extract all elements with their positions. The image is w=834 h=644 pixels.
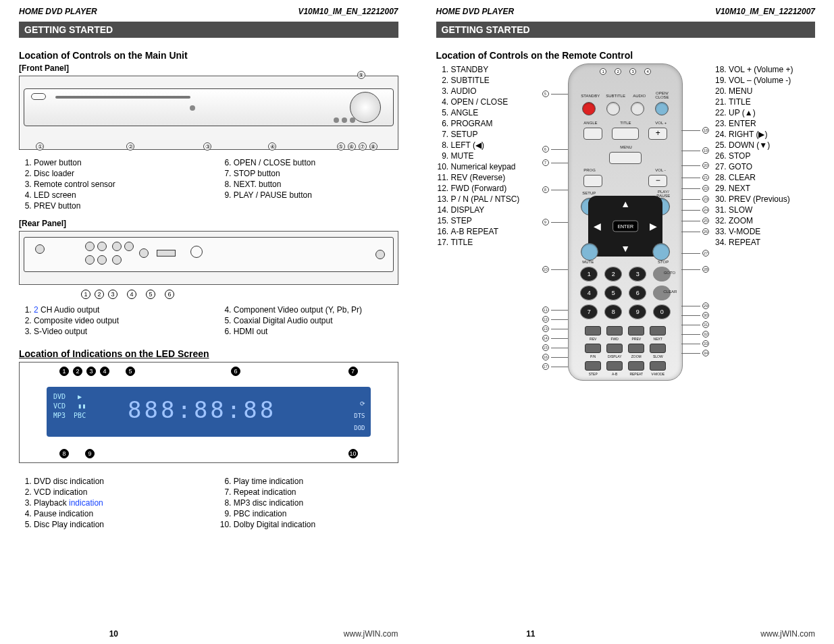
main-unit-title: Location of Controls on the Main Unit (19, 50, 398, 61)
footer-left: 10 www.jWIN.com (19, 621, 398, 639)
led-right-labels: ⟳ DTS DOD (354, 398, 365, 434)
front-list-1: Power buttonDisc loaderRemote control se… (19, 157, 199, 212)
doc-id: V10M10_IM_EN_12212007 (715, 7, 815, 16)
list-item: VOL + (Volume +) (729, 65, 815, 74)
list-item: Composite video output (34, 316, 199, 325)
header-row: HOME DVD PLAYER V10M10_IM_EN_12212007 (436, 7, 816, 16)
list-item: Playback indication (34, 498, 199, 508)
list-item: PREV button (34, 201, 199, 211)
list-item: ENTER (729, 119, 815, 128)
front-list-2: OPEN / CLOSE buttonSTOP buttonNEXT. butt… (219, 157, 398, 212)
list-item: MP3 disc indication (234, 498, 398, 508)
list-item: SLOW (729, 205, 815, 215)
list-item: P / N (PAL / NTSC) (451, 194, 538, 204)
list-item: Disc loader (34, 169, 199, 178)
page-left: HOME DVD PLAYER V10M10_IM_EN_12212007 GE… (0, 0, 417, 644)
remote-list-left: STANDBYSUBTITLEAUDIOOPEN / CLOSEANGLEPRO… (436, 63, 538, 248)
remote-body: 1 2 3 4 STANDBY SUBTITLE AUDIO OPEN/ CLO… (568, 63, 683, 381)
list-item: STOP button (234, 169, 398, 178)
footer-right: 11 www.jWIN.com (436, 621, 816, 639)
list-item: STANDBY (451, 65, 538, 74)
list-item: ZOOM (729, 216, 815, 225)
list-item: DVD disc indication (34, 477, 199, 486)
list-item: PLAY / PAUSE button (234, 190, 398, 200)
list-item: DOWN (▼) (729, 140, 815, 150)
list-item: PBC indication (234, 509, 398, 518)
mute-button (581, 243, 598, 261)
led-list-2: Play time indicationRepeat indicationMP3… (219, 475, 398, 531)
led-list-1: DVD disc indicationVCD indicationPlaybac… (19, 475, 199, 531)
list-item: OPEN / CLOSE (451, 97, 538, 107)
list-item: Repeat indication (234, 487, 398, 497)
list-item: STEP (451, 216, 538, 225)
list-item: VOL – (Volume -) (729, 76, 815, 85)
list-item: A-B REPEAT (451, 227, 538, 236)
remote-list-right: VOL + (Volume +)VOL – (Volume -)MENUTITL… (714, 63, 815, 248)
list-item: Coaxial Digital Audio output (234, 316, 398, 325)
list-item: NEXT (729, 184, 815, 193)
list-item: VCD indication (34, 487, 199, 497)
list-item: SUBTITLE (451, 76, 538, 85)
list-item: STOP (729, 151, 815, 161)
rear-list-1: 2 CH Audio outputComposite video outputS… (19, 304, 199, 338)
section-bar: GETTING STARTED (19, 22, 398, 38)
standby-button (582, 102, 596, 115)
list-item: REV (Reverse) (451, 173, 538, 182)
stop-button (652, 243, 670, 261)
list-item: Play time indication (234, 477, 398, 486)
list-item: S-Video output (34, 327, 199, 336)
list-item: SETUP (451, 130, 538, 139)
rear-list-2: Component Video output (Y, Pb, Pr)Coaxia… (219, 304, 398, 338)
list-item: Dolby Digital indication (234, 520, 398, 529)
list-item: LED screen (34, 190, 199, 200)
led-digits: 888:88:88 (128, 396, 276, 423)
list-item: Numerical keypad (451, 162, 538, 171)
list-item: Disc Play indication (34, 520, 199, 529)
keypad: 123 456 7890 (580, 267, 671, 319)
remote-section: STANDBYSUBTITLEAUDIOOPEN / CLOSEANGLEPRO… (436, 63, 816, 381)
page-number: 10 (19, 629, 209, 639)
led-left-labels: DVD ▶ VCD ▮▮ MP3 PBC (53, 392, 86, 421)
list-item: NEXT. button (234, 180, 398, 189)
rear-panel-illustration: 123 4 5 6 (19, 231, 398, 285)
header-row: HOME DVD PLAYER V10M10_IM_EN_12212007 (19, 7, 398, 16)
list-item: UP (▲) (729, 108, 815, 117)
list-item: Component Video output (Y, Pb, Pr) (234, 305, 398, 315)
front-panel-lists: Power buttonDisc loaderRemote control se… (19, 157, 398, 212)
list-item: DISPLAY (451, 205, 538, 215)
page-right: HOME DVD PLAYER V10M10_IM_EN_12212007 GE… (417, 0, 835, 644)
led-title: Location of Indications on the LED Scree… (19, 348, 398, 359)
front-panel-illustration: ⑨ ① ② ③ ④ ⑤ ⑥ ⑦ ⑧ (19, 76, 398, 150)
list-item: TITLE (451, 238, 538, 247)
list-item: AUDIO (451, 86, 538, 96)
list-item: PROGRAM (451, 119, 538, 128)
page-number: 11 (436, 629, 626, 639)
list-item: Power button (34, 158, 199, 167)
list-item: TITLE (729, 97, 815, 107)
remote-title: Location of Controls on the Remote Contr… (436, 50, 816, 61)
list-item: HDMI out (234, 327, 398, 336)
list-item: CLEAR (729, 173, 815, 182)
list-item: Remote control sensor (34, 180, 199, 189)
audio-button (631, 102, 644, 115)
doc-id: V10M10_IM_EN_12212007 (298, 7, 398, 16)
front-panel-label: [Front Panel] (19, 63, 398, 73)
website: www.jWIN.com (209, 629, 398, 639)
list-item: V-MODE (729, 227, 815, 236)
list-item: MENU (729, 86, 815, 96)
rear-panel-lists: 2 CH Audio outputComposite video outputS… (19, 304, 398, 338)
list-item: RIGHT (▶) (729, 130, 815, 139)
subtitle-button (606, 102, 620, 115)
website: www.jWIN.com (625, 629, 815, 639)
dpad: ▲ ◀ ▶ ▼ ENTER (588, 196, 662, 257)
list-item: 2 CH Audio output (34, 305, 199, 315)
product-name: HOME DVD PLAYER (436, 7, 515, 16)
list-item: PREV (Previous) (729, 194, 815, 204)
led-lists: DVD disc indicationVCD indicationPlaybac… (19, 475, 398, 531)
remote-illustration-wrap: 5 6 7 8 9 10 11 12 13 14 15 16 17 1 2 3 (544, 63, 708, 381)
product-name: HOME DVD PLAYER (19, 7, 97, 16)
list-item: OPEN / CLOSE button (234, 158, 398, 167)
list-item: GOTO (729, 162, 815, 171)
list-item: FWD (Forward) (451, 184, 538, 193)
list-item: ANGLE (451, 108, 538, 117)
